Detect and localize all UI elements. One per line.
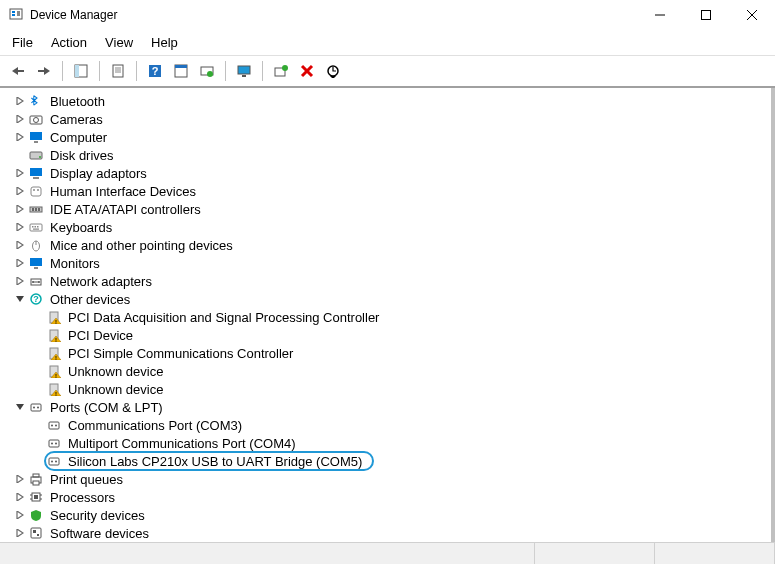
node-label: Unknown device bbox=[66, 364, 165, 379]
twisty-collapsed-icon[interactable] bbox=[12, 111, 28, 127]
tree-node[interactable]: Software devices bbox=[4, 524, 771, 542]
toolbar-separator bbox=[136, 61, 137, 81]
tree-node[interactable]: Monitors bbox=[4, 254, 771, 272]
twisty-expanded-icon[interactable] bbox=[12, 291, 28, 307]
menu-action[interactable]: Action bbox=[43, 32, 95, 53]
twisty-collapsed-icon[interactable] bbox=[12, 237, 28, 253]
twisty-collapsed-icon[interactable] bbox=[12, 507, 28, 523]
svg-rect-91 bbox=[33, 530, 36, 533]
twisty-collapsed-icon[interactable] bbox=[12, 489, 28, 505]
svg-rect-83 bbox=[33, 481, 39, 485]
help-button[interactable]: ? bbox=[143, 59, 167, 83]
svg-point-80 bbox=[55, 461, 57, 463]
svg-rect-48 bbox=[33, 229, 39, 230]
action-button[interactable] bbox=[169, 59, 193, 83]
update-driver-button[interactable] bbox=[321, 59, 345, 83]
svg-rect-75 bbox=[49, 440, 59, 447]
svg-rect-41 bbox=[32, 208, 34, 211]
tree-node[interactable]: !PCI Device bbox=[4, 326, 771, 344]
forward-button[interactable] bbox=[32, 59, 56, 83]
twisty-collapsed-icon[interactable] bbox=[12, 219, 28, 235]
tree-node[interactable]: Bluetooth bbox=[4, 92, 771, 110]
svg-point-74 bbox=[55, 425, 57, 427]
svg-rect-23 bbox=[242, 75, 246, 77]
warn-icon: ! bbox=[46, 327, 62, 343]
node-label: Monitors bbox=[48, 256, 102, 271]
menu-view[interactable]: View bbox=[97, 32, 141, 53]
svg-rect-12 bbox=[113, 65, 123, 77]
uninstall-button[interactable] bbox=[295, 59, 319, 83]
properties-button[interactable] bbox=[106, 59, 130, 83]
tree-node[interactable]: Silicon Labs CP210x USB to UART Bridge (… bbox=[4, 452, 771, 470]
tree-node[interactable]: Security devices bbox=[4, 506, 771, 524]
tree-node[interactable]: Computer bbox=[4, 128, 771, 146]
node-label: Disk drives bbox=[48, 148, 116, 163]
scan-hardware-button[interactable] bbox=[195, 59, 219, 83]
svg-rect-11 bbox=[75, 65, 79, 77]
tree-node[interactable]: Mice and other pointing devices bbox=[4, 236, 771, 254]
twisty-collapsed-icon[interactable] bbox=[12, 201, 28, 217]
svg-rect-46 bbox=[35, 226, 37, 228]
node-label: Display adaptors bbox=[48, 166, 149, 181]
node-label: Bluetooth bbox=[48, 94, 107, 109]
svg-point-34 bbox=[39, 156, 41, 158]
maximize-button[interactable] bbox=[683, 0, 729, 30]
twisty-collapsed-icon[interactable] bbox=[12, 471, 28, 487]
warn-icon: ! bbox=[46, 345, 62, 361]
svg-point-77 bbox=[55, 443, 57, 445]
highlighted-node[interactable]: Silicon Labs CP210x USB to UART Bridge (… bbox=[44, 451, 374, 471]
tree-node[interactable]: !Unknown device bbox=[4, 362, 771, 380]
cpu-icon bbox=[28, 489, 44, 505]
svg-rect-52 bbox=[34, 267, 38, 269]
svg-text:?: ? bbox=[33, 294, 39, 304]
node-label: Cameras bbox=[48, 112, 105, 127]
twisty-collapsed-icon[interactable] bbox=[12, 525, 28, 541]
svg-rect-22 bbox=[238, 66, 250, 74]
add-hardware-button[interactable] bbox=[269, 59, 293, 83]
twisty-expanded-icon[interactable] bbox=[12, 399, 28, 415]
tree-node[interactable]: Display adaptors bbox=[4, 164, 771, 182]
twisty-collapsed-icon[interactable] bbox=[12, 165, 28, 181]
tree-node[interactable]: Print queues bbox=[4, 470, 771, 488]
twisty-collapsed-icon[interactable] bbox=[12, 129, 28, 145]
node-label: Processors bbox=[48, 490, 117, 505]
svg-text:!: ! bbox=[55, 391, 57, 397]
close-button[interactable] bbox=[729, 0, 775, 30]
mouse-icon bbox=[28, 237, 44, 253]
printer-icon bbox=[28, 471, 44, 487]
tree-node[interactable]: Keyboards bbox=[4, 218, 771, 236]
tree-node[interactable]: !PCI Data Acquisition and Signal Process… bbox=[4, 308, 771, 326]
warn-icon: ! bbox=[46, 381, 62, 397]
twisty-collapsed-icon[interactable] bbox=[12, 255, 28, 271]
monitor-button[interactable] bbox=[232, 59, 256, 83]
titlebar: Device Manager bbox=[0, 0, 775, 30]
tree-node[interactable]: Network adapters bbox=[4, 272, 771, 290]
menu-file[interactable]: File bbox=[4, 32, 41, 53]
tree-node[interactable]: IDE ATA/ATAPI controllers bbox=[4, 200, 771, 218]
minimize-button[interactable] bbox=[637, 0, 683, 30]
svg-rect-42 bbox=[35, 208, 37, 211]
show-hide-tree-button[interactable] bbox=[69, 59, 93, 83]
tree-node[interactable]: !PCI Simple Communications Controller bbox=[4, 344, 771, 362]
node-label: Human Interface Devices bbox=[48, 184, 198, 199]
tree-node[interactable]: Disk drives bbox=[4, 146, 771, 164]
twisty-collapsed-icon[interactable] bbox=[12, 183, 28, 199]
tree-node[interactable]: Cameras bbox=[4, 110, 771, 128]
device-tree[interactable]: BluetoothCamerasComputerDisk drivesDispl… bbox=[0, 88, 775, 542]
tree-node[interactable]: Communications Port (COM3) bbox=[4, 416, 771, 434]
tree-node[interactable]: Ports (COM & LPT) bbox=[4, 398, 771, 416]
tree-node[interactable]: Multiport Communications Port (COM4) bbox=[4, 434, 771, 452]
security-icon bbox=[28, 507, 44, 523]
menu-help[interactable]: Help bbox=[143, 32, 186, 53]
svg-text:!: ! bbox=[55, 319, 57, 325]
twisty-collapsed-icon[interactable] bbox=[12, 273, 28, 289]
tree-node[interactable]: !Unknown device bbox=[4, 380, 771, 398]
twisty-collapsed-icon[interactable] bbox=[12, 93, 28, 109]
svg-rect-5 bbox=[702, 11, 711, 20]
tree-node[interactable]: ?Other devices bbox=[4, 290, 771, 308]
tree-node[interactable]: Human Interface Devices bbox=[4, 182, 771, 200]
ide-icon bbox=[28, 201, 44, 217]
statusbar bbox=[0, 542, 775, 564]
tree-node[interactable]: Processors bbox=[4, 488, 771, 506]
back-button[interactable] bbox=[6, 59, 30, 83]
